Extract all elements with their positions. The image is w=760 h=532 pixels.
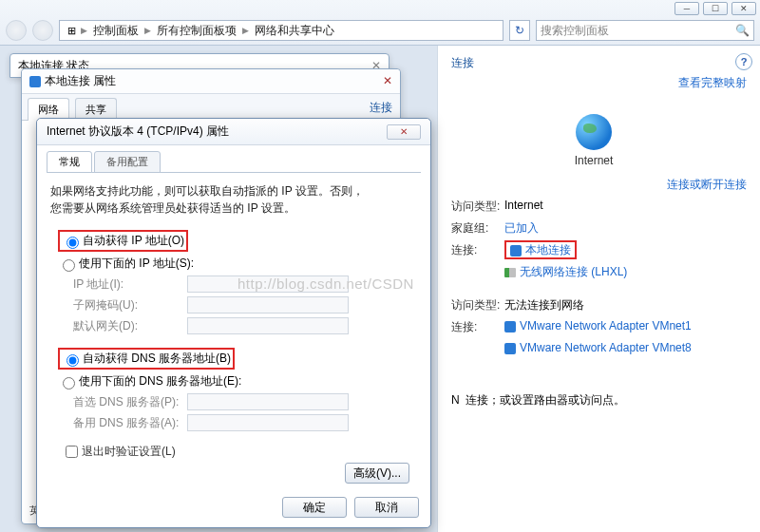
ip-address-label: IP 地址(I):: [73, 276, 187, 293]
help-icon[interactable]: ?: [735, 53, 752, 70]
chevron-right-icon: ▶: [144, 26, 151, 35]
local-connection-link[interactable]: 本地连接: [525, 243, 571, 256]
ethernet-icon: [504, 343, 516, 354]
gateway-label: 默认网关(D):: [73, 318, 187, 334]
ok-button[interactable]: 确定: [282, 497, 347, 518]
tab-alternate[interactable]: 备用配置: [94, 151, 161, 173]
ip-address-input: [187, 276, 349, 293]
access-type-value: Internet: [504, 199, 747, 215]
ipv4-properties-dialog: Internet 协议版本 4 (TCP/IPv4) 属性 ✕ 常规 备用配置 …: [36, 118, 431, 528]
description-text: 如果网络支持此功能，则可以获取自动指派的 IP 设置。否则，您需要从网络系统管理…: [50, 182, 417, 217]
radio-auto-dns[interactable]: 自动获得 DNS 服务器地址(B): [58, 348, 235, 370]
radio-manual-dns[interactable]: 使用下面的 DNS 服务器地址(E):: [58, 373, 421, 390]
ethernet-icon: [29, 76, 41, 87]
explorer-frame: ─ ☐ ✕ ⊞ ▶ 控制面板 ▶ 所有控制面板项 ▶ 网络和共享中心 ↻ 搜索控…: [0, 0, 760, 46]
wifi-connection-link[interactable]: 无线网络连接 (LHXL): [520, 265, 627, 278]
homegroup-link[interactable]: 已加入: [504, 221, 539, 235]
radio-auto-dns-input[interactable]: [66, 354, 79, 367]
breadcrumb-seg[interactable]: 控制面板: [89, 21, 142, 41]
close-icon[interactable]: ✕: [387, 124, 421, 140]
connections-label: 连接:: [451, 319, 504, 335]
advanced-button[interactable]: 高级(V)...: [345, 463, 409, 484]
dns1-input: [187, 393, 349, 410]
ethernet-icon: [510, 245, 522, 256]
ethernet-icon: [504, 321, 516, 332]
radio-manual-ip[interactable]: 使用下面的 IP 地址(S):: [58, 256, 421, 272]
radio-auto-ip[interactable]: 自动获得 IP 地址(O): [58, 230, 188, 252]
validate-on-exit-checkbox[interactable]: 退出时验证设置(L): [62, 443, 421, 461]
close-button[interactable]: ✕: [732, 2, 756, 15]
access-type-label: 访问类型:: [451, 297, 504, 314]
cancel-button[interactable]: 取消: [354, 497, 419, 518]
dns1-label: 首选 DNS 服务器(P):: [73, 394, 187, 410]
minimize-button[interactable]: ─: [674, 2, 699, 15]
vmnet8-link[interactable]: VMware Network Adapter VMnet8: [520, 341, 692, 354]
address-bar: ⊞ ▶ 控制面板 ▶ 所有控制面板项 ▶ 网络和共享中心 ↻ 搜索控制面板 🔍: [0, 17, 760, 44]
dialog-title: Internet 协议版本 4 (TCP/IPv4) 属性: [47, 124, 229, 140]
access-type-value: 无法连接到网络: [504, 297, 747, 314]
subnet-mask-input: [187, 296, 349, 314]
back-button[interactable]: [6, 20, 27, 41]
refresh-button[interactable]: ↻: [509, 20, 530, 41]
window-titlebar: ─ ☐ ✕: [0, 0, 760, 17]
search-input[interactable]: 搜索控制面板 🔍: [536, 20, 754, 41]
search-icon: 🔍: [735, 24, 750, 37]
network-center-panel: ? 连接 查看完整映射 Internet 连接或断开连接 访问类型: Inter…: [437, 46, 760, 532]
maximize-button[interactable]: ☐: [703, 2, 728, 15]
connections-label: 连接:: [451, 242, 504, 258]
access-type-label: 访问类型:: [451, 199, 504, 215]
subnet-mask-label: 子网掩码(U):: [73, 297, 187, 314]
breadcrumb-seg[interactable]: 网络和共享中心: [251, 21, 338, 41]
homegroup-label: 家庭组:: [451, 220, 504, 237]
search-placeholder: 搜索控制面板: [541, 23, 609, 39]
internet-node: Internet: [565, 114, 622, 167]
vmnet1-link[interactable]: VMware Network Adapter VMnet1: [520, 319, 692, 332]
breadcrumb-seg[interactable]: 所有控制面板项: [153, 21, 240, 41]
radio-manual-ip-input[interactable]: [63, 259, 75, 272]
internet-label: Internet: [565, 154, 622, 167]
local-connection-highlight: 本地连接: [504, 240, 577, 259]
window-title: 本地连接 属性: [45, 73, 116, 89]
bottom-note: N 连接；或设置路由器或访问点。: [451, 392, 747, 408]
wifi-icon: [504, 268, 516, 277]
control-panel-icon: ⊞: [64, 23, 79, 38]
view-full-map-link[interactable]: 查看完整映射: [678, 76, 747, 89]
dns2-input: [187, 414, 349, 431]
gateway-input: [187, 317, 349, 334]
chevron-right-icon: ▶: [81, 26, 87, 35]
globe-icon: [576, 114, 612, 150]
connect-disconnect-link[interactable]: 连接或断开连接: [667, 178, 747, 191]
forward-button[interactable]: [32, 20, 53, 41]
dns2-label: 备用 DNS 服务器(A):: [73, 415, 187, 431]
radio-manual-dns-input[interactable]: [63, 377, 75, 390]
close-icon[interactable]: ✕: [383, 74, 392, 88]
peek-text: 连接: [370, 94, 400, 120]
chevron-right-icon: ▶: [242, 26, 249, 35]
radio-auto-ip-input[interactable]: [66, 237, 79, 249]
panel-header-fragment: 连接: [451, 55, 747, 71]
validate-on-exit-input[interactable]: [66, 446, 78, 458]
breadcrumb[interactable]: ⊞ ▶ 控制面板 ▶ 所有控制面板项 ▶ 网络和共享中心: [59, 20, 504, 41]
tab-general[interactable]: 常规: [47, 151, 92, 173]
